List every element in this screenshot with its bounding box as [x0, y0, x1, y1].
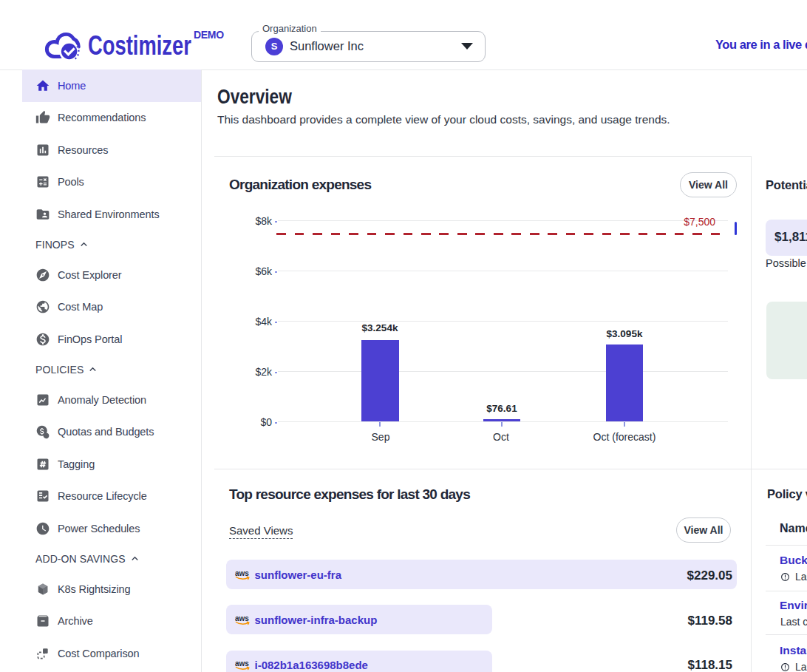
svg-text:aws: aws	[235, 659, 249, 668]
svg-text:aws: aws	[235, 569, 249, 577]
svg-text:aws: aws	[235, 614, 249, 622]
